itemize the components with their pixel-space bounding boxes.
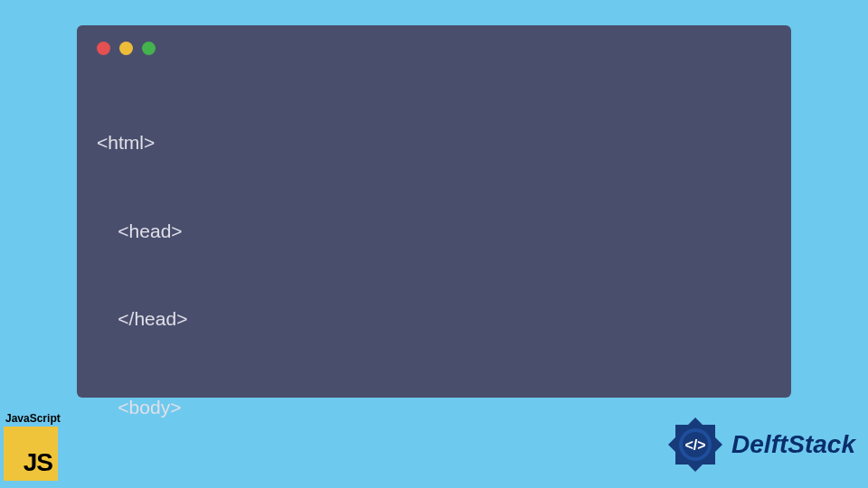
maximize-icon xyxy=(142,42,156,55)
delftstack-brand: </> DelftStack xyxy=(665,414,855,475)
window-controls xyxy=(97,42,771,55)
javascript-icon: JS xyxy=(4,427,58,481)
code-line: </head> xyxy=(97,305,771,334)
code-line: <html> xyxy=(97,128,771,158)
svg-text:</>: </> xyxy=(684,437,705,453)
code-line: <head> xyxy=(97,217,771,247)
delftstack-logo-icon: </> xyxy=(665,414,726,475)
javascript-icon-text: JS xyxy=(24,448,52,477)
code-line: <input placeholder="your name" name="nam… xyxy=(97,482,771,488)
javascript-badge: JavaScript JS xyxy=(4,412,61,481)
minimize-icon xyxy=(119,42,133,55)
close-icon xyxy=(97,42,110,55)
code-window: <html> <head> </head> <body> <input plac… xyxy=(77,25,791,398)
delftstack-label: DelftStack xyxy=(731,430,855,459)
javascript-label: JavaScript xyxy=(5,412,61,425)
